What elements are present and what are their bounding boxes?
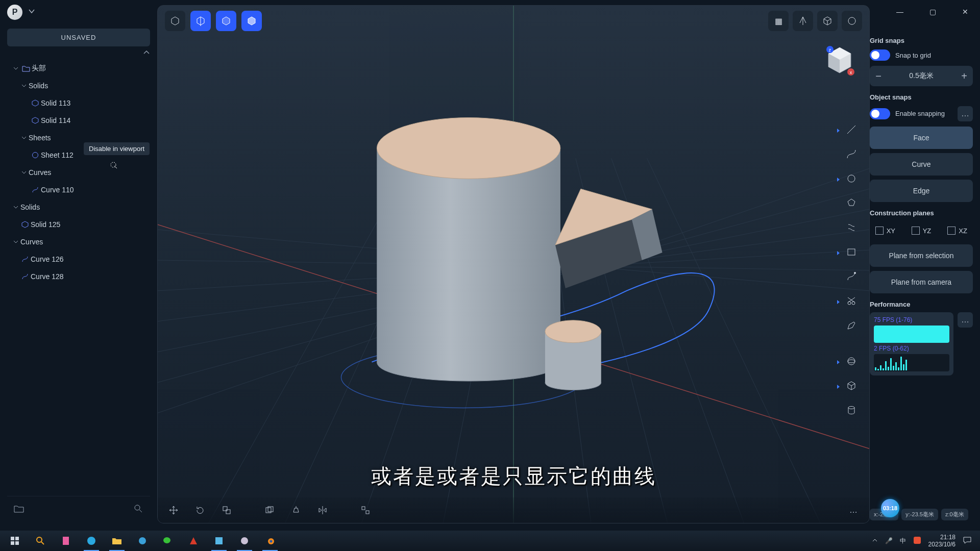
taskbar-clock[interactable]: 21:18 2023/10/6 [928, 534, 955, 548]
window-minimize-button[interactable]: — [892, 4, 908, 19]
tree-item-solid-114[interactable]: Solid 114 [7, 112, 150, 129]
grid-step-input[interactable]: − 0.5毫米 + [870, 66, 973, 86]
view-cube[interactable]: z x [821, 42, 858, 79]
rotate-tool-button[interactable] [191, 502, 209, 519]
window-close-button[interactable]: ✕ [958, 4, 973, 19]
chevron-down-icon [19, 170, 29, 175]
spline-tool[interactable] [841, 144, 862, 164]
app-logo[interactable]: P [7, 5, 22, 20]
taskbar-app-explorer[interactable] [105, 531, 129, 551]
rectangle-tool[interactable] [841, 242, 862, 262]
taskbar-search[interactable] [29, 531, 52, 551]
svg-point-22 [377, 118, 560, 179]
plane-yz-button[interactable]: YZ [906, 222, 937, 239]
tree-group-solids[interactable]: Solids [7, 77, 150, 94]
plane-icon [875, 227, 884, 235]
tree-group-curves[interactable]: Curves [7, 164, 150, 181]
toggle-grid-button[interactable]: ▦ [768, 11, 789, 31]
curve-icon [30, 186, 41, 193]
snap-to-grid-toggle[interactable] [870, 49, 890, 61]
taskbar-app-blender[interactable] [258, 531, 282, 551]
folder-icon [20, 65, 32, 72]
extrude-tool-button[interactable] [287, 502, 305, 519]
taskbar-app-3[interactable] [207, 531, 231, 551]
tree-item-solid-113[interactable]: Solid 113 [7, 94, 150, 112]
coord-z: z:0毫米 [941, 509, 968, 520]
performance-options-button[interactable]: … [958, 312, 973, 328]
window-maximize-button[interactable]: ▢ [925, 4, 940, 19]
grid-step-increment[interactable]: + [955, 70, 973, 82]
enable-snapping-label: Enable snapping [895, 110, 952, 118]
app-menu-chevron-icon[interactable] [28, 7, 36, 17]
group-tool-button[interactable] [357, 502, 374, 519]
tray-chevron-up-icon[interactable] [872, 537, 878, 545]
move-tool-button[interactable] [165, 502, 182, 519]
tree-group-solids-2[interactable]: Solids [7, 198, 150, 216]
svg-point-50 [163, 537, 170, 543]
tree-item-curve-110[interactable]: Curve 110 [7, 181, 150, 198]
svg-point-0 [33, 153, 38, 158]
pen-tool[interactable] [841, 315, 862, 336]
tree-folder-head[interactable]: 头部 [7, 60, 150, 77]
svg-point-42 [848, 407, 854, 409]
taskbar-app-plasticity[interactable] [233, 531, 256, 551]
toggle-shading-button[interactable] [817, 11, 838, 31]
scale-tool-button[interactable] [218, 502, 235, 519]
snap-options-button[interactable]: … [958, 106, 973, 121]
circle-tool[interactable] [841, 168, 862, 189]
viewport-more-button[interactable]: … [845, 502, 862, 519]
mirror-tool-button[interactable] [314, 502, 331, 519]
plane-from-camera-button[interactable]: Plane from camera [870, 271, 973, 293]
line-tool[interactable] [841, 119, 862, 140]
tray-notifications-icon[interactable] [963, 536, 972, 546]
snap-curve-button[interactable]: Curve [870, 153, 973, 176]
grid-step-decrement[interactable]: − [870, 70, 887, 82]
snap-face-button[interactable]: Face [870, 127, 973, 149]
enable-snapping-toggle[interactable] [870, 108, 890, 119]
toggle-overlay-button[interactable] [842, 11, 862, 31]
select-mode-edge-button[interactable] [190, 11, 211, 31]
start-button[interactable] [3, 531, 27, 551]
plane-xy-button[interactable]: XY [870, 222, 901, 239]
svg-rect-33 [362, 507, 365, 510]
coil-tool[interactable] [841, 217, 862, 238]
recording-time-badge[interactable]: 03:18 [881, 499, 899, 517]
sphere-tool[interactable] [841, 351, 862, 371]
select-mode-point-button[interactable] [165, 11, 185, 31]
search-button[interactable] [130, 500, 147, 517]
tree-item-curve-128[interactable]: Curve 128 [7, 268, 150, 285]
tree-collapse-icon[interactable] [7, 46, 150, 59]
taskbar-app-1[interactable] [54, 531, 78, 551]
select-mode-face-button[interactable] [216, 11, 236, 31]
taskbar-app-edge[interactable] [80, 531, 103, 551]
viewport-3d[interactable]: ▦ z x 或者是或者是只显示它的曲线 [157, 5, 870, 523]
tray-ime[interactable]: 中 [900, 537, 906, 545]
tree-label: Sheets [29, 134, 147, 142]
windows-taskbar[interactable]: 🎤 中 21:18 2023/10/6 [0, 531, 980, 551]
tree-item-curve-126[interactable]: Curve 126 [7, 251, 150, 268]
tray-app-icon[interactable] [913, 536, 921, 546]
tray-mic-icon[interactable]: 🎤 [885, 537, 893, 544]
trim-tool[interactable] [841, 291, 862, 311]
plane-icon [912, 227, 920, 235]
plane-from-selection-button[interactable]: Plane from selection [870, 244, 973, 267]
plane-xz-button[interactable]: XZ [942, 222, 973, 239]
duplicate-tool-button[interactable] [261, 502, 278, 519]
taskbar-app-wechat[interactable] [156, 531, 180, 551]
taskbar-app-wps[interactable] [182, 531, 205, 551]
cylinder-solid-tool[interactable] [841, 400, 862, 420]
freeform-tool[interactable] [841, 266, 862, 287]
toggle-axes-button[interactable] [793, 11, 813, 31]
explorer-button[interactable] [10, 500, 28, 517]
tree-group-curves-2[interactable]: Curves [7, 233, 150, 251]
svg-text:x: x [850, 70, 852, 75]
tree-label: Curve 128 [31, 272, 147, 281]
svg-rect-34 [366, 511, 369, 514]
select-mode-body-button[interactable] [241, 11, 262, 31]
svg-point-40 [848, 358, 855, 365]
snap-edge-button[interactable]: Edge [870, 180, 973, 202]
taskbar-app-2[interactable] [131, 531, 154, 551]
tree-item-solid-125[interactable]: Solid 125 [7, 216, 150, 233]
box-tool[interactable] [841, 375, 862, 396]
polygon-tool[interactable] [841, 193, 862, 213]
